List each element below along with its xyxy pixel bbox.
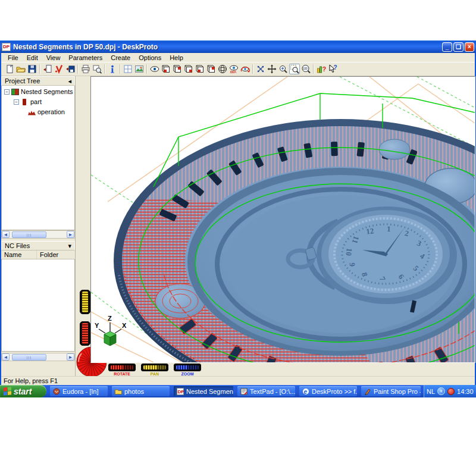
axis-y-label: Y	[95, 322, 99, 329]
app-icon: DP	[2, 43, 11, 51]
pan-view-icon	[267, 64, 277, 74]
print-preview-button[interactable]	[92, 64, 102, 74]
default-view-button[interactable]: DEF.	[228, 64, 239, 74]
view-wireframe-button[interactable]	[217, 64, 228, 74]
toolbar-separator	[102, 64, 107, 74]
animate-view-button[interactable]	[240, 64, 250, 74]
collapse-left-icon[interactable]: ◂	[68, 77, 71, 85]
taskbar-button-label: Paint Shop Pro -...	[374, 388, 421, 395]
tree-item-label[interactable]: Nested Segments in DP	[21, 88, 75, 95]
column-name[interactable]: Name	[1, 250, 37, 259]
tree-item-label[interactable]: operation	[37, 108, 65, 115]
project-info-button[interactable]	[107, 64, 118, 74]
taskbar-button-1[interactable]: Eudora - [In]	[50, 386, 108, 396]
scroll-thumb[interactable]	[12, 354, 46, 361]
scroll-left-icon[interactable]: ◄	[2, 231, 10, 238]
scroll-right-icon[interactable]: ►	[67, 231, 74, 238]
viewport-layout-button[interactable]	[123, 64, 133, 74]
show-geometry-button[interactable]	[149, 64, 160, 74]
context-help-button[interactable]: ?	[327, 64, 338, 74]
zoom-to-fit-button[interactable]: 100	[300, 64, 311, 74]
expander-icon[interactable]: −	[14, 99, 19, 105]
rotate-indicator-label: ROTATE	[108, 372, 136, 376]
menu-item-create[interactable]: Create	[107, 54, 134, 62]
view-wireframe-icon	[218, 64, 227, 74]
taskbar-button-6[interactable]: Paint Shop Pro -...	[361, 386, 421, 396]
toolbar-separator	[145, 64, 149, 74]
scroll-thumb[interactable]	[12, 231, 46, 238]
new-project-button[interactable]	[4, 64, 15, 74]
zoom-indicator-label: ZOOM	[174, 372, 201, 376]
taskbar-button-2[interactable]: photos	[112, 386, 170, 396]
project-tree-header[interactable]: Project Tree ◂	[1, 76, 75, 86]
menu-item-options[interactable]: Options	[134, 54, 165, 62]
default-view-icon: DEF.	[229, 64, 239, 74]
view-right-button[interactable]	[195, 64, 205, 74]
svg-text:100: 100	[303, 67, 308, 70]
restore-button[interactable]: ❏	[453, 42, 464, 52]
menu-item-file[interactable]: File	[4, 54, 23, 62]
clock-numeral: 1	[387, 224, 391, 233]
zoom-indicator	[174, 364, 201, 371]
nc-files-list[interactable]	[1, 259, 75, 352]
taskbar-button-4[interactable]: TextPad - [O:\...	[237, 386, 295, 396]
render-view-button[interactable]	[134, 64, 145, 74]
zoom-window-button[interactable]	[289, 64, 300, 74]
hide-icons-icon[interactable]: ‹	[437, 387, 445, 395]
load-geometry-button[interactable]	[42, 64, 53, 74]
tree-item-part[interactable]: − part	[2, 98, 74, 106]
menu-item-parameters[interactable]: Parameters	[64, 54, 107, 62]
animate-view-icon	[240, 64, 250, 74]
pan-view-button[interactable]	[267, 64, 277, 74]
close-button[interactable]: ×	[465, 42, 474, 52]
tree-item-project[interactable]: − Nested Segments in DP	[2, 87, 74, 96]
print-button[interactable]	[80, 64, 91, 74]
title-bar[interactable]: DP Nested Segments in DP 50.dpj - DeskPr…	[0, 40, 476, 53]
open-project-button[interactable]	[15, 64, 26, 74]
clock-numeral: 12	[365, 226, 374, 236]
print-icon	[81, 64, 90, 74]
menu-item-help[interactable]: Help	[165, 54, 187, 62]
toolbar-separator	[118, 64, 122, 74]
taskbar-button-label: TextPad - [O:\...	[250, 388, 295, 395]
save-project-button[interactable]	[27, 64, 37, 74]
dynamic-zoom-button[interactable]	[278, 64, 289, 74]
view-back-button[interactable]	[206, 64, 217, 74]
language-indicator[interactable]: NL	[427, 388, 435, 395]
wizard-help-button[interactable]: ?	[316, 64, 327, 74]
view-front-button[interactable]	[183, 64, 194, 74]
tree-item-label[interactable]: part	[30, 98, 42, 105]
dynamic-zoom-icon	[278, 64, 288, 74]
context-help-icon: ?	[328, 64, 337, 74]
nc-files-hscrollbar[interactable]: ◄ ►	[1, 353, 75, 361]
save-project-icon	[27, 64, 37, 74]
tree-item-operation[interactable]: operation	[2, 108, 74, 116]
taskbar-button-3[interactable]: DPNested Segmen...	[174, 386, 233, 396]
expander-icon[interactable]: −	[4, 89, 10, 95]
deskproto-icon: DP	[177, 388, 184, 395]
project-info-icon	[108, 64, 117, 74]
view-iso-1-icon	[161, 64, 171, 74]
project-tree: − Nested Segments in DP − part operation	[1, 86, 75, 230]
rotate-view-button[interactable]	[255, 64, 266, 74]
calculate-toolpaths-button[interactable]	[54, 64, 64, 74]
start-button[interactable]: start	[0, 385, 46, 397]
taskbar-button-5[interactable]: eDeskProto >> f...	[299, 386, 357, 396]
view-iso-1-button[interactable]	[161, 64, 171, 74]
nc-files-header[interactable]: NC Files ▾	[1, 241, 75, 250]
minimize-button[interactable]: _	[442, 42, 452, 52]
write-nc-file-button[interactable]	[65, 64, 76, 74]
antivirus-tray-icon[interactable]	[447, 388, 455, 395]
column-folder[interactable]: Folder	[37, 250, 75, 259]
menu-item-view[interactable]: View	[42, 54, 65, 62]
project-icon	[11, 89, 19, 95]
scroll-right-icon[interactable]: ►	[67, 353, 74, 361]
view-top-button[interactable]	[172, 64, 183, 74]
project-tree-hscrollbar[interactable]: ◄ ►	[1, 230, 75, 239]
view-top-icon	[173, 64, 182, 74]
collapse-down-icon[interactable]: ▾	[68, 242, 71, 250]
3d-viewport[interactable]: 121234567891011	[90, 76, 475, 363]
render-view-icon	[134, 64, 144, 74]
menu-item-edit[interactable]: Edit	[23, 54, 42, 62]
scroll-left-icon[interactable]: ◄	[2, 353, 10, 361]
